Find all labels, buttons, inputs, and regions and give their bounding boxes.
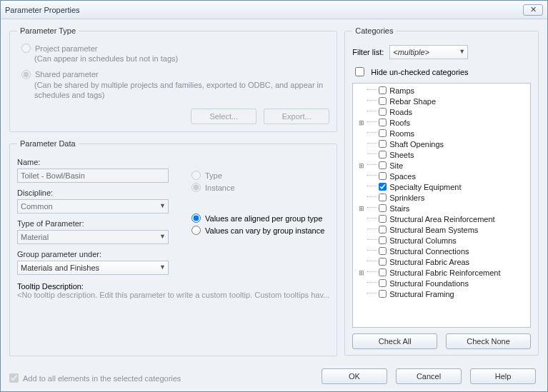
values-aligned-radio[interactable]: [191, 213, 201, 223]
expand-icon[interactable]: ⊞: [357, 162, 366, 169]
category-item[interactable]: Structural Framing: [353, 288, 530, 299]
category-checkbox[interactable]: [379, 151, 387, 159]
category-checkbox[interactable]: [379, 247, 387, 255]
add-to-all-checkbox: [9, 373, 19, 383]
project-parameter-label: Project parameter: [35, 44, 97, 53]
category-item[interactable]: Shaft Openings: [353, 139, 530, 149]
category-item[interactable]: Rebar Shape: [353, 96, 530, 106]
category-checkbox[interactable]: [379, 258, 387, 266]
category-item[interactable]: Structural Connections: [353, 246, 530, 256]
category-checkbox[interactable]: [379, 215, 387, 223]
expand-icon[interactable]: ⊞: [357, 119, 366, 126]
tree-connector: [367, 239, 377, 240]
category-item[interactable]: Structural Columns: [353, 235, 530, 246]
category-item[interactable]: Sprinklers: [353, 192, 530, 203]
category-checkbox[interactable]: [379, 140, 387, 148]
category-checkbox[interactable]: [379, 86, 387, 94]
type-radio: [191, 171, 201, 180]
categories-group: Categories Filter list: ▼ Hide un-checke…: [344, 26, 539, 356]
category-item[interactable]: Structural Beam Systems: [353, 224, 530, 235]
category-label: Roofs: [389, 119, 410, 127]
category-item[interactable]: Sheets: [353, 149, 530, 160]
category-checkbox[interactable]: [379, 119, 387, 126]
values-vary-label: Values can vary by group instance: [205, 226, 324, 235]
dialog-content: Parameter Type Project parameter (Can ap…: [1, 19, 547, 391]
category-item[interactable]: ⊞Stairs: [353, 203, 530, 213]
expand-icon[interactable]: ⊞: [357, 205, 366, 212]
categories-tree[interactable]: RampsRebar ShapeRoads⊞RoofsRoomsShaft Op…: [352, 83, 531, 328]
hide-unchecked-checkbox[interactable]: [355, 67, 364, 76]
category-item[interactable]: Rooms: [353, 128, 530, 139]
category-label: Roads: [389, 108, 412, 116]
discipline-combo: [17, 199, 169, 213]
tooltip-description-text: <No tooltip description. Edit this param…: [17, 291, 329, 299]
category-item[interactable]: Structural Area Reinforcement: [353, 213, 530, 224]
category-label: Site: [389, 161, 403, 170]
category-item[interactable]: Specialty Equipment: [353, 181, 530, 192]
name-input: [17, 169, 169, 183]
project-parameter-radio: [21, 44, 31, 53]
tree-connector: [367, 271, 377, 272]
select-button: Select...: [191, 109, 256, 124]
category-label: Spaces: [389, 172, 416, 181]
tree-connector: [367, 89, 377, 90]
category-label: Specialty Equipment: [389, 183, 461, 191]
category-item[interactable]: Structural Fabric Areas: [353, 256, 530, 267]
category-checkbox[interactable]: [379, 236, 387, 244]
category-item[interactable]: Ramps: [353, 85, 530, 96]
category-label: Structural Foundations: [389, 279, 469, 288]
category-checkbox[interactable]: [379, 172, 387, 180]
category-item[interactable]: ⊞Structural Fabric Reinforcement: [353, 267, 530, 278]
category-item[interactable]: ⊞Roofs: [353, 117, 530, 128]
add-to-all-row: Add to all elements in the selected cate…: [9, 373, 337, 383]
tree-connector: [367, 282, 377, 283]
group-parameter-under-combo[interactable]: [17, 261, 169, 275]
tree-connector: [367, 250, 377, 251]
tree-connector: [367, 207, 377, 208]
check-all-button[interactable]: Check All: [352, 333, 437, 349]
parameter-data-legend: Parameter Data: [17, 139, 79, 148]
filter-list-combo[interactable]: [389, 45, 468, 59]
tree-connector: [367, 175, 377, 176]
category-label: Rebar Shape: [389, 97, 436, 106]
category-checkbox[interactable]: [379, 161, 387, 169]
shared-parameter-desc: (Can be shared by multiple projects and …: [34, 81, 329, 101]
parameter-properties-dialog: Parameter Properties ✕ Parameter Type Pr…: [0, 0, 548, 392]
window-title: Parameter Properties: [5, 6, 523, 14]
category-checkbox[interactable]: [379, 129, 387, 137]
close-button[interactable]: ✕: [523, 4, 543, 16]
category-checkbox[interactable]: [379, 279, 387, 287]
categories-legend: Categories: [352, 26, 396, 35]
category-label: Stairs: [389, 204, 409, 213]
category-checkbox[interactable]: [379, 183, 387, 191]
help-button[interactable]: Help: [470, 368, 536, 384]
category-checkbox[interactable]: [379, 108, 387, 116]
ok-button[interactable]: OK: [322, 368, 387, 384]
cancel-button[interactable]: Cancel: [396, 368, 462, 384]
category-item[interactable]: Structural Foundations: [353, 278, 530, 288]
tree-connector: [367, 121, 377, 122]
category-checkbox[interactable]: [379, 268, 387, 276]
category-checkbox[interactable]: [379, 97, 387, 105]
tree-connector: [367, 100, 377, 101]
tree-connector: [367, 154, 377, 154]
category-item[interactable]: ⊞Site: [353, 160, 530, 171]
category-checkbox[interactable]: [379, 194, 387, 201]
check-none-button[interactable]: Check None: [446, 333, 531, 349]
values-vary-radio[interactable]: [191, 226, 201, 235]
category-checkbox[interactable]: [379, 226, 387, 233]
project-parameter-desc: (Can appear in schedules but not in tags…: [34, 54, 329, 64]
expand-icon[interactable]: ⊞: [357, 269, 366, 276]
category-checkbox[interactable]: [379, 290, 387, 298]
parameter-type-group: Parameter Type Project parameter (Can ap…: [9, 26, 337, 132]
category-item[interactable]: Roads: [353, 106, 530, 117]
category-item[interactable]: Spaces: [353, 171, 530, 181]
tree-connector: [367, 293, 377, 293]
category-label: Ramps: [389, 86, 414, 95]
category-checkbox[interactable]: [379, 204, 387, 212]
tree-connector: [367, 228, 377, 229]
titlebar: Parameter Properties ✕: [1, 1, 547, 19]
category-label: Structural Fabric Reinforcement: [389, 268, 500, 277]
shared-parameter-radio: [21, 70, 31, 79]
tree-connector: [367, 111, 377, 111]
